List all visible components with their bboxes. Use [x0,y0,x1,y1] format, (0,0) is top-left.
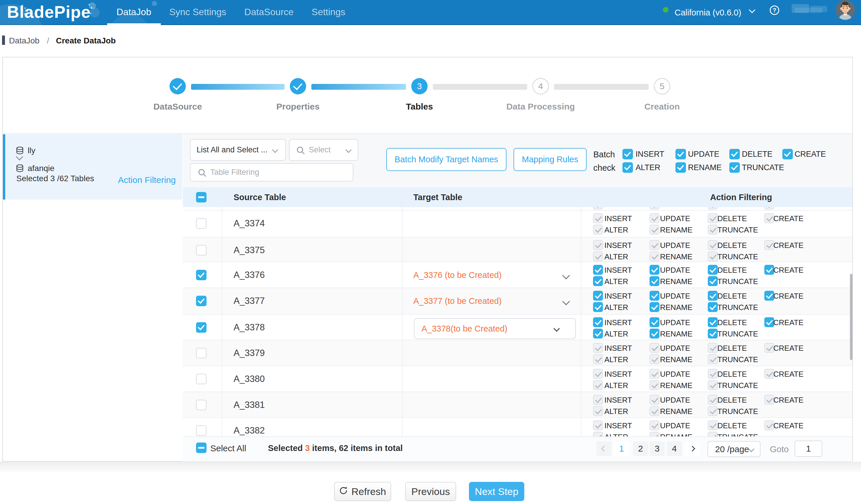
svg-text:?: ? [773,7,777,13]
